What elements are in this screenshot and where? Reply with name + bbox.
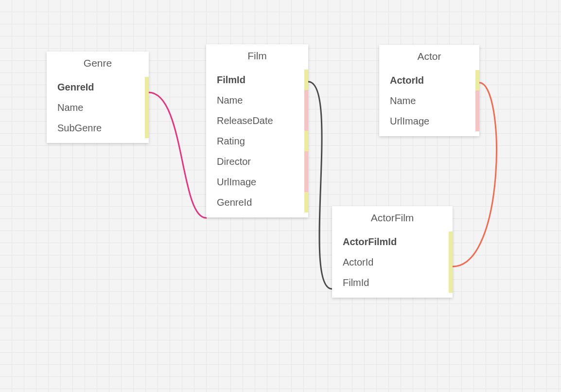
type-indicator — [475, 111, 479, 131]
type-indicator — [145, 118, 149, 138]
diagram-canvas[interactable]: Genre GenreId Name SubGenre Film FilmId … — [0, 0, 561, 392]
type-indicator — [475, 90, 479, 111]
field-filmid[interactable]: FilmId — [206, 70, 308, 90]
type-indicator — [145, 77, 149, 97]
type-indicator — [475, 70, 479, 90]
field-label: SubGenre — [57, 123, 102, 133]
field-name[interactable]: Name — [47, 97, 149, 118]
entity-title[interactable]: Genre — [47, 52, 149, 74]
field-rating[interactable]: Rating — [206, 131, 308, 151]
entity-fields: ActorFilmId ActorId FilmId — [332, 229, 453, 298]
field-label: GenreId — [217, 197, 252, 208]
field-filmid[interactable]: FilmId — [332, 272, 453, 293]
field-label: GenreId — [57, 82, 94, 92]
field-genreid[interactable]: GenreId — [206, 192, 308, 213]
field-name[interactable]: Name — [379, 90, 479, 111]
entity-fields: FilmId Name ReleaseDate Rating Director … — [206, 67, 308, 217]
field-name[interactable]: Name — [206, 90, 308, 110]
entity-actorfilm[interactable]: ActorFilm ActorFilmId ActorId FilmId — [332, 206, 453, 298]
field-label: Name — [217, 95, 243, 106]
field-director[interactable]: Director — [206, 151, 308, 172]
field-genreid[interactable]: GenreId — [47, 77, 149, 97]
entity-actor[interactable]: Actor ActorId Name UrlImage — [379, 45, 479, 136]
field-label: Name — [390, 95, 416, 106]
entity-genre[interactable]: Genre GenreId Name SubGenre — [47, 52, 149, 143]
field-label: ReleaseDate — [217, 115, 273, 126]
type-indicator — [449, 232, 453, 252]
field-label: Name — [57, 102, 83, 113]
type-indicator — [449, 272, 453, 293]
type-indicator — [304, 131, 308, 151]
entity-fields: ActorId Name UrlImage — [379, 67, 479, 136]
entity-fields: GenreId Name SubGenre — [47, 74, 149, 143]
type-indicator — [304, 192, 308, 213]
field-label: UrlImage — [217, 177, 256, 187]
type-indicator — [304, 151, 308, 172]
link-genre-film — [149, 92, 206, 218]
entity-title[interactable]: Film — [206, 44, 308, 67]
field-label: Rating — [217, 136, 245, 146]
field-label: ActorId — [390, 75, 424, 86]
field-label: FilmId — [217, 74, 245, 85]
type-indicator — [304, 172, 308, 192]
field-subgenre[interactable]: SubGenre — [47, 118, 149, 138]
field-actorfilmid[interactable]: ActorFilmId — [332, 232, 453, 252]
field-actorid[interactable]: ActorId — [379, 70, 479, 90]
field-urlimage[interactable]: UrlImage — [206, 172, 308, 192]
field-releasedate[interactable]: ReleaseDate — [206, 110, 308, 131]
field-label: UrlImage — [390, 116, 429, 126]
entity-title[interactable]: Actor — [379, 45, 479, 67]
entity-title[interactable]: ActorFilm — [332, 206, 453, 229]
field-label: ActorFilmId — [343, 236, 397, 247]
field-label: ActorId — [343, 257, 373, 267]
type-indicator — [449, 252, 453, 272]
type-indicator — [304, 110, 308, 131]
field-label: Director — [217, 156, 251, 167]
link-film-actorfilm — [308, 82, 332, 289]
field-actorid[interactable]: ActorId — [332, 252, 453, 272]
type-indicator — [304, 90, 308, 110]
entity-film[interactable]: Film FilmId Name ReleaseDate Rating Dire… — [206, 44, 308, 217]
type-indicator — [145, 97, 149, 118]
type-indicator — [304, 70, 308, 90]
field-urlimage[interactable]: UrlImage — [379, 111, 479, 131]
field-label: FilmId — [343, 277, 369, 288]
